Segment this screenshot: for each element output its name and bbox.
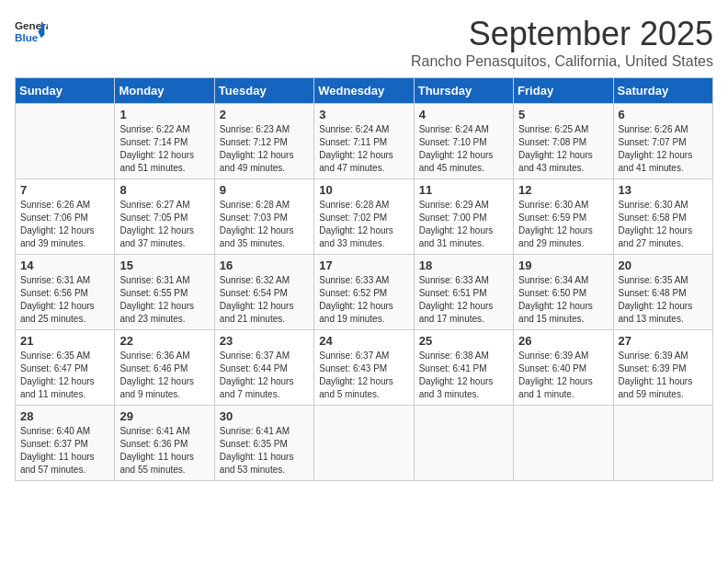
day-info: Sunrise: 6:33 AM Sunset: 6:52 PM Dayligh…	[319, 274, 408, 326]
day-number: 28	[20, 409, 109, 423]
calendar-cell-w0d4: 4Sunrise: 6:24 AM Sunset: 7:10 PM Daylig…	[414, 104, 513, 179]
day-info: Sunrise: 6:23 AM Sunset: 7:12 PM Dayligh…	[220, 123, 309, 175]
calendar-cell-w1d4: 11Sunrise: 6:29 AM Sunset: 7:00 PM Dayli…	[414, 179, 513, 255]
calendar-cell-w3d4: 25Sunrise: 6:38 AM Sunset: 6:41 PM Dayli…	[414, 330, 513, 406]
calendar-cell-w3d6: 27Sunrise: 6:39 AM Sunset: 6:39 PM Dayli…	[613, 330, 712, 406]
day-number: 5	[518, 108, 608, 121]
weekday-header-wednesday: Wednesday	[314, 78, 414, 104]
day-info: Sunrise: 6:29 AM Sunset: 7:00 PM Dayligh…	[419, 199, 508, 250]
calendar-cell-w3d1: 22Sunrise: 6:36 AM Sunset: 6:46 PM Dayli…	[115, 330, 214, 406]
day-info: Sunrise: 6:37 AM Sunset: 6:43 PM Dayligh…	[319, 350, 408, 401]
day-number: 4	[419, 108, 508, 121]
day-number: 25	[419, 334, 508, 348]
day-number: 22	[119, 334, 209, 348]
day-number: 9	[220, 183, 309, 197]
day-info: Sunrise: 6:41 AM Sunset: 6:36 PM Dayligh…	[119, 425, 209, 477]
day-info: Sunrise: 6:33 AM Sunset: 6:51 PM Dayligh…	[419, 274, 508, 326]
day-number: 19	[518, 259, 608, 272]
calendar-cell-w2d0: 14Sunrise: 6:31 AM Sunset: 6:56 PM Dayli…	[16, 255, 115, 330]
weekday-header-tuesday: Tuesday	[214, 78, 313, 104]
calendar-cell-w2d1: 15Sunrise: 6:31 AM Sunset: 6:55 PM Dayli…	[115, 255, 214, 330]
calendar-cell-w1d6: 13Sunrise: 6:30 AM Sunset: 6:58 PM Dayli…	[613, 179, 712, 255]
calendar-cell-w3d0: 21Sunrise: 6:35 AM Sunset: 6:47 PM Dayli…	[16, 330, 115, 406]
day-info: Sunrise: 6:32 AM Sunset: 6:54 PM Dayligh…	[220, 274, 309, 326]
calendar-cell-w4d5	[514, 406, 613, 481]
calendar-table: SundayMondayTuesdayWednesdayThursdayFrid…	[15, 77, 713, 481]
day-info: Sunrise: 6:24 AM Sunset: 7:10 PM Dayligh…	[419, 123, 508, 175]
calendar-cell-w0d2: 2Sunrise: 6:23 AM Sunset: 7:12 PM Daylig…	[214, 104, 313, 179]
day-number: 11	[419, 183, 508, 197]
calendar-cell-w3d5: 26Sunrise: 6:39 AM Sunset: 6:40 PM Dayli…	[514, 330, 613, 406]
day-number: 26	[518, 334, 608, 348]
calendar-cell-w0d5: 5Sunrise: 6:25 AM Sunset: 7:08 PM Daylig…	[514, 104, 613, 179]
day-number: 13	[619, 183, 708, 197]
weekday-header-friday: Friday	[514, 78, 613, 104]
day-number: 27	[619, 334, 708, 348]
day-number: 24	[319, 334, 408, 348]
day-number: 15	[119, 259, 209, 272]
calendar-cell-w0d3: 3Sunrise: 6:24 AM Sunset: 7:11 PM Daylig…	[314, 104, 414, 179]
day-number: 23	[220, 334, 309, 348]
day-info: Sunrise: 6:28 AM Sunset: 7:03 PM Dayligh…	[220, 199, 309, 250]
calendar-cell-w1d0: 7Sunrise: 6:26 AM Sunset: 7:06 PM Daylig…	[16, 179, 115, 255]
day-number: 21	[20, 334, 109, 348]
day-info: Sunrise: 6:27 AM Sunset: 7:05 PM Dayligh…	[119, 199, 209, 250]
day-info: Sunrise: 6:25 AM Sunset: 7:08 PM Dayligh…	[518, 123, 608, 175]
calendar-cell-w2d4: 18Sunrise: 6:33 AM Sunset: 6:51 PM Dayli…	[414, 255, 513, 330]
weekday-header-monday: Monday	[115, 78, 214, 104]
calendar-cell-w1d3: 10Sunrise: 6:28 AM Sunset: 7:02 PM Dayli…	[314, 179, 414, 255]
calendar-cell-w2d3: 17Sunrise: 6:33 AM Sunset: 6:52 PM Dayli…	[314, 255, 414, 330]
calendar-cell-w2d5: 19Sunrise: 6:34 AM Sunset: 6:50 PM Dayli…	[514, 255, 613, 330]
day-info: Sunrise: 6:41 AM Sunset: 6:35 PM Dayligh…	[220, 425, 309, 477]
calendar-cell-w0d0	[16, 104, 115, 179]
weekday-header-sunday: Sunday	[16, 78, 115, 104]
day-info: Sunrise: 6:34 AM Sunset: 6:50 PM Dayligh…	[518, 274, 608, 326]
calendar-cell-w1d1: 8Sunrise: 6:27 AM Sunset: 7:05 PM Daylig…	[115, 179, 214, 255]
day-info: Sunrise: 6:35 AM Sunset: 6:47 PM Dayligh…	[20, 350, 109, 401]
day-number: 16	[220, 259, 309, 272]
calendar-cell-w2d2: 16Sunrise: 6:32 AM Sunset: 6:54 PM Dayli…	[214, 255, 313, 330]
day-number: 6	[619, 108, 708, 121]
day-info: Sunrise: 6:24 AM Sunset: 7:11 PM Dayligh…	[319, 123, 408, 175]
day-number: 30	[220, 409, 309, 423]
day-number: 7	[20, 183, 109, 197]
weekday-header-saturday: Saturday	[613, 78, 712, 104]
day-number: 20	[619, 259, 708, 272]
day-info: Sunrise: 6:35 AM Sunset: 6:48 PM Dayligh…	[619, 274, 708, 326]
calendar-cell-w3d3: 24Sunrise: 6:37 AM Sunset: 6:43 PM Dayli…	[314, 330, 414, 406]
day-info: Sunrise: 6:39 AM Sunset: 6:40 PM Dayligh…	[518, 350, 608, 401]
calendar-cell-w4d3	[314, 406, 414, 481]
calendar-cell-w4d1: 29Sunrise: 6:41 AM Sunset: 6:36 PM Dayli…	[115, 406, 214, 481]
day-info: Sunrise: 6:40 AM Sunset: 6:37 PM Dayligh…	[20, 425, 109, 477]
day-number: 10	[319, 183, 408, 197]
calendar-cell-w4d0: 28Sunrise: 6:40 AM Sunset: 6:37 PM Dayli…	[16, 406, 115, 481]
calendar-cell-w0d6: 6Sunrise: 6:26 AM Sunset: 7:07 PM Daylig…	[613, 104, 712, 179]
day-number: 12	[518, 183, 608, 197]
day-number: 1	[119, 108, 209, 121]
day-number: 18	[419, 259, 508, 272]
day-info: Sunrise: 6:26 AM Sunset: 7:06 PM Dayligh…	[20, 199, 109, 250]
calendar-cell-w4d4	[414, 406, 513, 481]
day-number: 14	[20, 259, 109, 272]
day-info: Sunrise: 6:36 AM Sunset: 6:46 PM Dayligh…	[119, 350, 209, 401]
day-info: Sunrise: 6:30 AM Sunset: 6:58 PM Dayligh…	[619, 199, 708, 250]
weekday-header-thursday: Thursday	[414, 78, 513, 104]
day-number: 2	[220, 108, 309, 121]
day-info: Sunrise: 6:31 AM Sunset: 6:55 PM Dayligh…	[119, 274, 209, 326]
calendar-cell-w2d6: 20Sunrise: 6:35 AM Sunset: 6:48 PM Dayli…	[613, 255, 712, 330]
calendar-title: September 2025	[411, 15, 713, 53]
calendar-subtitle: Rancho Penasquitos, California, United S…	[411, 53, 713, 70]
day-number: 3	[319, 108, 408, 121]
logo: General Blue	[15, 15, 48, 48]
day-info: Sunrise: 6:31 AM Sunset: 6:56 PM Dayligh…	[20, 274, 109, 326]
day-info: Sunrise: 6:38 AM Sunset: 6:41 PM Dayligh…	[419, 350, 508, 401]
day-info: Sunrise: 6:26 AM Sunset: 7:07 PM Dayligh…	[619, 123, 708, 175]
calendar-cell-w3d2: 23Sunrise: 6:37 AM Sunset: 6:44 PM Dayli…	[214, 330, 313, 406]
calendar-cell-w4d2: 30Sunrise: 6:41 AM Sunset: 6:35 PM Dayli…	[214, 406, 313, 481]
day-info: Sunrise: 6:28 AM Sunset: 7:02 PM Dayligh…	[319, 199, 408, 250]
calendar-cell-w1d5: 12Sunrise: 6:30 AM Sunset: 6:59 PM Dayli…	[514, 179, 613, 255]
day-info: Sunrise: 6:30 AM Sunset: 6:59 PM Dayligh…	[518, 199, 608, 250]
day-number: 17	[319, 259, 408, 272]
calendar-cell-w4d6	[613, 406, 712, 481]
day-info: Sunrise: 6:37 AM Sunset: 6:44 PM Dayligh…	[220, 350, 309, 401]
